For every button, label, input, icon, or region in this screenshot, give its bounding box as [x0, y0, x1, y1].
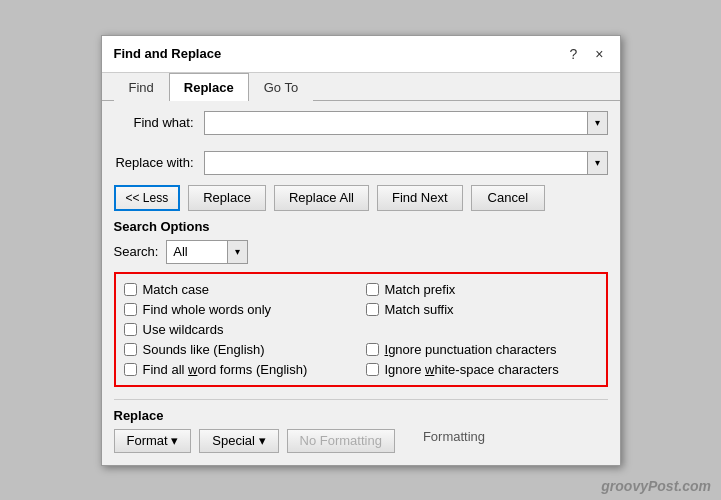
tab-find[interactable]: Find [114, 73, 169, 101]
replace-with-label: Replace with: [114, 155, 204, 170]
title-bar: Find and Replace ? × [102, 36, 620, 73]
find-replace-dialog: Find and Replace ? × Find Replace Go To … [101, 35, 621, 466]
match-suffix-label: Match suffix [385, 302, 454, 317]
less-button[interactable]: << Less [114, 185, 181, 211]
match-case-row: Match case [124, 282, 356, 297]
ignore-whitespace-checkbox[interactable] [366, 363, 379, 376]
empty-col2-row [366, 322, 598, 337]
special-button[interactable]: Special ▾ [199, 429, 278, 453]
find-whole-words-checkbox[interactable] [124, 303, 137, 316]
ignore-punctuation-label: Ignore punctuation characters [385, 342, 557, 357]
replace-section-label: Replace [114, 408, 608, 423]
use-wildcards-label: Use wildcards [143, 322, 224, 337]
replace-with-input-wrap: ▾ [204, 151, 608, 175]
match-prefix-row: Match prefix [366, 282, 598, 297]
match-prefix-label: Match prefix [385, 282, 456, 297]
ignore-whitespace-row: Ignore white-space characters [366, 362, 598, 377]
no-formatting-button[interactable]: No Formatting [287, 429, 395, 453]
search-options-label: Search Options [114, 219, 608, 234]
replace-all-button[interactable]: Replace All [274, 185, 369, 211]
match-case-checkbox[interactable] [124, 283, 137, 296]
match-suffix-checkbox[interactable] [366, 303, 379, 316]
find-what-input-wrap: ▾ [204, 111, 608, 135]
find-all-word-forms-label: Find all word forms (English) [143, 362, 308, 377]
find-whole-words-label: Find whole words only [143, 302, 272, 317]
use-wildcards-checkbox[interactable] [124, 323, 137, 336]
replace-buttons-row: Format ▾ Special ▾ No Formatting Formatt… [114, 429, 608, 453]
formatting-label: Formatting [423, 429, 485, 453]
search-label: Search: [114, 244, 159, 259]
find-next-button[interactable]: Find Next [377, 185, 463, 211]
sounds-like-checkbox[interactable] [124, 343, 137, 356]
match-prefix-checkbox[interactable] [366, 283, 379, 296]
tab-goto[interactable]: Go To [249, 73, 313, 101]
find-all-word-forms-row: Find all word forms (English) [124, 362, 356, 377]
search-options-box: Match case Match prefix Find whole words… [114, 272, 608, 387]
dialog-title: Find and Replace [114, 46, 222, 61]
search-select[interactable]: All Up Down [167, 241, 227, 263]
find-what-row: Find what: ▾ [114, 111, 608, 135]
close-button[interactable]: × [591, 44, 607, 64]
match-case-label: Match case [143, 282, 209, 297]
action-buttons-row: << Less Replace Replace All Find Next Ca… [114, 185, 608, 211]
ignore-punctuation-checkbox[interactable] [366, 343, 379, 356]
help-button[interactable]: ? [566, 44, 582, 64]
watermark: groovyPost.com [601, 478, 711, 494]
tab-bar: Find Replace Go To [102, 73, 620, 101]
find-what-label: Find what: [114, 115, 204, 130]
ignore-punctuation-row: Ignore punctuation characters [366, 342, 598, 357]
replace-section: Replace Format ▾ Special ▾ No Formatting… [114, 399, 608, 453]
replace-with-row: Replace with: ▾ [114, 151, 608, 175]
sounds-like-label: Sounds like (English) [143, 342, 265, 357]
find-all-word-forms-checkbox[interactable] [124, 363, 137, 376]
replace-with-input[interactable] [205, 152, 587, 174]
sounds-like-row: Sounds like (English) [124, 342, 356, 357]
find-what-dropdown[interactable]: ▾ [587, 112, 607, 134]
match-suffix-row: Match suffix [366, 302, 598, 317]
options-grid: Match case Match prefix Find whole words… [124, 282, 598, 377]
replace-with-dropdown[interactable]: ▾ [587, 152, 607, 174]
search-select-wrap: All Up Down ▾ [166, 240, 248, 264]
title-bar-actions: ? × [566, 44, 608, 64]
format-button[interactable]: Format ▾ [114, 429, 192, 453]
use-wildcards-row: Use wildcards [124, 322, 356, 337]
dialog-content: Find what: ▾ Replace with: ▾ << Less Rep… [102, 101, 620, 465]
search-dropdown-btn[interactable]: ▾ [227, 241, 247, 263]
cancel-button[interactable]: Cancel [471, 185, 545, 211]
find-whole-words-row: Find whole words only [124, 302, 356, 317]
search-row: Search: All Up Down ▾ [114, 240, 608, 264]
ignore-whitespace-label: Ignore white-space characters [385, 362, 559, 377]
replace-button[interactable]: Replace [188, 185, 266, 211]
find-what-input[interactable] [205, 112, 587, 134]
tab-replace[interactable]: Replace [169, 73, 249, 101]
